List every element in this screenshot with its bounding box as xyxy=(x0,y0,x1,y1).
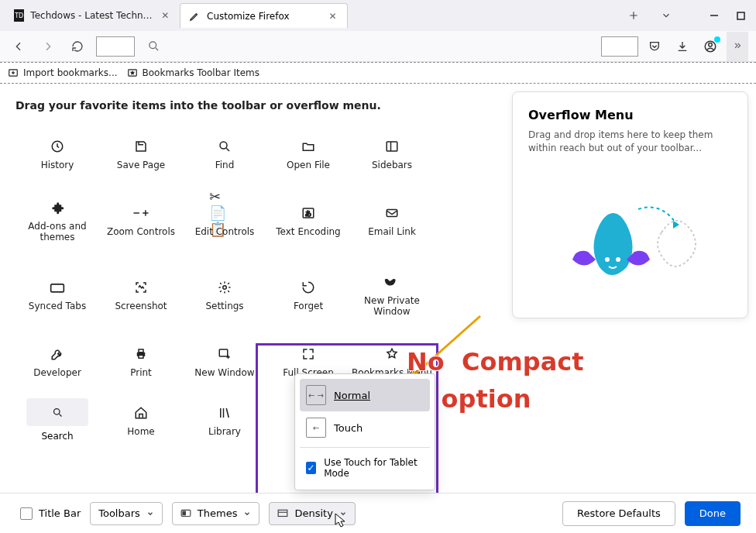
folder-open-icon xyxy=(300,138,317,155)
density-touch-icon: ← xyxy=(306,418,326,438)
item-open-file[interactable]: Open File xyxy=(266,127,350,181)
gear-icon xyxy=(216,279,233,296)
svg-point-28 xyxy=(616,257,620,262)
svg-rect-32 xyxy=(279,510,288,516)
search-icon xyxy=(49,404,66,421)
reload-button[interactable] xyxy=(67,36,88,57)
tabs-icon xyxy=(49,279,66,296)
svg-rect-1 xyxy=(737,12,744,19)
wrench-icon xyxy=(49,346,66,363)
overflow-panel: Overflow Menu Drag and drop items here t… xyxy=(512,91,748,318)
themes-dropdown[interactable]: Themes xyxy=(172,502,260,525)
density-icon xyxy=(277,508,288,519)
density-tablet-label: Use Touch for Tablet Mode xyxy=(324,457,424,479)
bookmark-star-icon xyxy=(383,346,400,363)
print-icon xyxy=(132,346,149,363)
svg-point-23 xyxy=(53,408,60,414)
tabs-dropdown-button[interactable] xyxy=(657,6,675,25)
density-tablet-checkbox[interactable]: ✓ Use Touch for Tablet Mode xyxy=(300,451,430,485)
density-popup: ← → Normal ← Touch ✓ Use Touch for Table… xyxy=(294,373,435,490)
item-private-window[interactable]: New Private Window xyxy=(350,260,434,330)
tab-background[interactable]: TD Techdows - Latest Technology N ✕ xyxy=(6,3,178,28)
svg-point-2 xyxy=(149,42,156,49)
item-developer[interactable]: Developer xyxy=(15,335,99,389)
import-bookmarks-label: Import bookmarks... xyxy=(23,67,118,78)
overflow-illustration xyxy=(528,178,732,302)
clock-icon xyxy=(49,138,66,155)
svg-rect-21 xyxy=(139,355,143,358)
minimize-button[interactable] xyxy=(705,6,723,25)
new-tab-button[interactable] xyxy=(624,6,643,25)
item-search[interactable]: Search xyxy=(15,398,99,448)
overflow-title: Overflow Menu xyxy=(528,108,732,122)
svg-point-27 xyxy=(605,257,610,262)
density-normal-icon: ← → xyxy=(306,385,326,405)
item-new-window[interactable]: New Window xyxy=(183,335,266,389)
import-bookmarks-button[interactable]: Import bookmarks... xyxy=(8,67,118,78)
forget-icon xyxy=(300,279,317,296)
item-email-link[interactable]: Email Link xyxy=(350,186,434,256)
downloads-icon[interactable] xyxy=(671,35,694,58)
svg-rect-31 xyxy=(182,511,186,515)
sidebar-icon xyxy=(383,138,400,155)
mail-icon xyxy=(383,205,400,222)
tab-label: Techdows - Latest Technology N xyxy=(30,10,153,21)
maximize-button[interactable] xyxy=(731,6,750,25)
library-icon xyxy=(216,404,233,421)
density-dropdown[interactable]: Density xyxy=(269,502,355,525)
item-find[interactable]: Find xyxy=(183,127,266,181)
toolbars-label: Toolbars xyxy=(98,507,140,519)
overflow-description: Drag and drop items here to keep them wi… xyxy=(528,129,732,155)
tab-active[interactable]: Customize Firefox ✕ xyxy=(180,3,348,28)
item-settings[interactable]: Settings xyxy=(183,260,266,330)
encoding-icon: あ xyxy=(300,205,317,222)
back-button[interactable] xyxy=(8,36,29,57)
item-print[interactable]: Print xyxy=(99,335,183,389)
svg-rect-9 xyxy=(387,142,397,151)
item-synced-tabs[interactable]: Synced Tabs xyxy=(15,260,99,330)
item-forget[interactable]: Forget xyxy=(266,260,350,330)
svg-rect-20 xyxy=(139,349,143,352)
forward-button[interactable] xyxy=(37,36,59,57)
close-icon[interactable]: ✕ xyxy=(327,10,339,22)
item-zoom[interactable]: Zoom Controls xyxy=(99,186,183,256)
svg-point-4 xyxy=(709,43,713,46)
item-edit-controls[interactable]: ✂ 📄 📋Edit Controls xyxy=(183,186,266,256)
favicon-td: TD xyxy=(14,9,24,22)
restore-defaults-button[interactable]: Restore Defaults xyxy=(562,501,675,526)
urlbar-placeholder-right[interactable] xyxy=(601,36,638,57)
item-text-encoding[interactable]: あText Encoding xyxy=(266,186,350,256)
svg-rect-17 xyxy=(51,284,64,292)
density-label: Touch xyxy=(334,422,363,434)
toolbars-dropdown[interactable]: Toolbars xyxy=(90,502,163,525)
bookmarks-toolbar-items[interactable]: Bookmarks Toolbar Items xyxy=(127,67,259,78)
item-library[interactable]: Library xyxy=(183,394,266,448)
urlbar-placeholder[interactable] xyxy=(96,36,135,57)
item-history[interactable]: History xyxy=(15,127,99,181)
account-icon[interactable] xyxy=(699,35,722,58)
fullscreen-icon xyxy=(300,346,317,363)
titlebar-checkbox[interactable]: Title Bar xyxy=(20,507,81,520)
tab-label: Customize Firefox xyxy=(207,11,290,22)
home-icon xyxy=(132,404,149,421)
density-label: Normal xyxy=(334,390,370,401)
close-icon[interactable]: ✕ xyxy=(160,9,170,22)
mask-icon xyxy=(383,273,400,291)
done-button[interactable]: Done xyxy=(685,501,741,526)
zoom-icon xyxy=(132,205,149,222)
svg-rect-16 xyxy=(387,209,397,216)
density-option-normal[interactable]: ← → Normal xyxy=(300,379,430,411)
svg-text:あ: あ xyxy=(305,210,311,217)
item-addons[interactable]: Add-ons and themes xyxy=(15,186,99,256)
item-sidebars[interactable]: Sidebars xyxy=(350,127,434,181)
item-home[interactable]: Home xyxy=(99,394,183,448)
pocket-icon[interactable] xyxy=(643,35,666,58)
item-save-page[interactable]: Save Page xyxy=(99,127,183,181)
svg-rect-22 xyxy=(219,349,228,356)
bookmarks-toolbar-label: Bookmarks Toolbar Items xyxy=(143,67,259,78)
screenshot-icon xyxy=(132,279,149,296)
density-option-touch[interactable]: ← Touch xyxy=(300,411,430,444)
item-screenshot[interactable]: Screenshot xyxy=(99,260,183,330)
themes-icon xyxy=(180,508,191,519)
overflow-chevron-button[interactable] xyxy=(727,32,748,61)
